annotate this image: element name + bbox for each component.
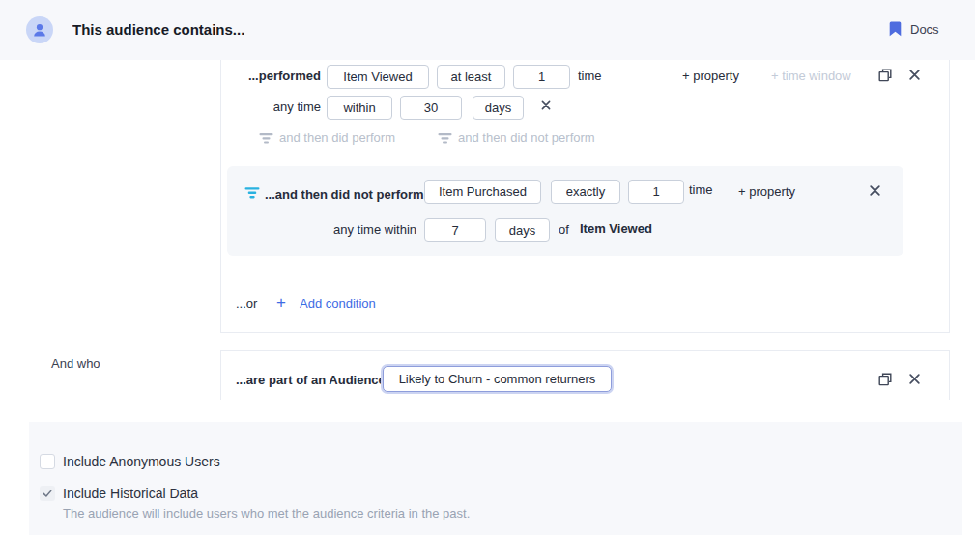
person-icon [32, 22, 47, 38]
add-condition-button[interactable]: Add condition [300, 296, 376, 311]
page-title: This audience contains... [72, 21, 244, 38]
check-icon [42, 488, 53, 499]
time-unit-label: time [578, 69, 602, 83]
any-time-label: any time [233, 99, 321, 114]
window-value-input[interactable] [400, 96, 462, 120]
subcondition-window-label: any time within [320, 222, 416, 237]
docs-link[interactable]: Docs [889, 21, 939, 37]
audience-condition-label: ...are part of an Audience [236, 373, 386, 387]
remove-condition-button[interactable] [908, 373, 921, 385]
remove-subcondition-button[interactable] [869, 184, 881, 197]
of-label: of [559, 222, 569, 237]
bookmark-icon [889, 21, 902, 37]
add-then-did-perform-button[interactable]: and then did perform [279, 130, 395, 145]
performed-label: ...performed [233, 69, 321, 83]
include-historical-description: The audience will include users who met … [63, 506, 470, 520]
funnel-icon [259, 132, 273, 145]
close-icon [869, 184, 881, 197]
subcondition-event-select[interactable]: Item Purchased [424, 180, 541, 204]
header: This audience contains... Docs [0, 0, 975, 60]
window-operator-select[interactable]: within [327, 96, 392, 120]
audience-select-input[interactable] [383, 366, 612, 392]
subcondition-box: ...and then did not perform Item Purchas… [227, 166, 903, 256]
of-event-label: Item Viewed [580, 221, 652, 236]
subcondition-window-unit-select[interactable]: days [495, 218, 550, 242]
include-historical-label[interactable]: Include Historical Data [63, 486, 198, 501]
duplicate-condition-button[interactable] [877, 372, 893, 387]
add-property-button[interactable]: + property [682, 69, 739, 83]
docs-label: Docs [910, 22, 939, 37]
include-anonymous-label[interactable]: Include Anonymous Users [63, 454, 220, 469]
copy-icon [877, 68, 893, 83]
plus-icon[interactable]: + [276, 294, 286, 313]
add-then-did-not-perform-button[interactable]: and then did not perform [458, 130, 595, 145]
funnel-icon [244, 186, 260, 200]
close-icon [540, 99, 552, 111]
remove-condition-button[interactable] [908, 69, 921, 81]
and-who-label: And who [51, 356, 100, 371]
condition-group-card: ...performed Item Viewed at least time +… [220, 60, 950, 333]
subcondition-label: ...and then did not perform [265, 187, 424, 202]
time-unit-label: time [689, 182, 713, 197]
audience-condition-card: ...are part of an Audience [220, 350, 950, 400]
audience-builder-page: This audience contains... Docs ...perfor… [0, 0, 975, 560]
window-unit-select[interactable]: days [473, 96, 524, 120]
include-historical-checkbox[interactable] [40, 486, 55, 501]
include-anonymous-checkbox[interactable] [40, 454, 55, 469]
subcondition-count-input[interactable] [628, 180, 684, 204]
copy-icon [877, 372, 893, 387]
user-avatar-icon [26, 16, 53, 43]
remove-time-window-button[interactable] [540, 99, 552, 111]
subcondition-window-value-input[interactable] [424, 218, 486, 242]
subcondition-operator-select[interactable]: exactly [551, 180, 620, 204]
or-label: ...or [236, 296, 257, 311]
add-time-window-button: + time window [771, 69, 851, 83]
event-select[interactable]: Item Viewed [327, 65, 429, 89]
duplicate-condition-button[interactable] [877, 68, 893, 83]
add-property-button[interactable]: + property [738, 184, 795, 199]
options-panel: Include Anonymous Users Include Historic… [29, 422, 962, 535]
count-input[interactable] [513, 65, 570, 89]
close-icon [908, 69, 921, 81]
operator-select[interactable]: at least [437, 65, 505, 89]
funnel-icon [438, 132, 452, 145]
close-icon [908, 373, 921, 385]
